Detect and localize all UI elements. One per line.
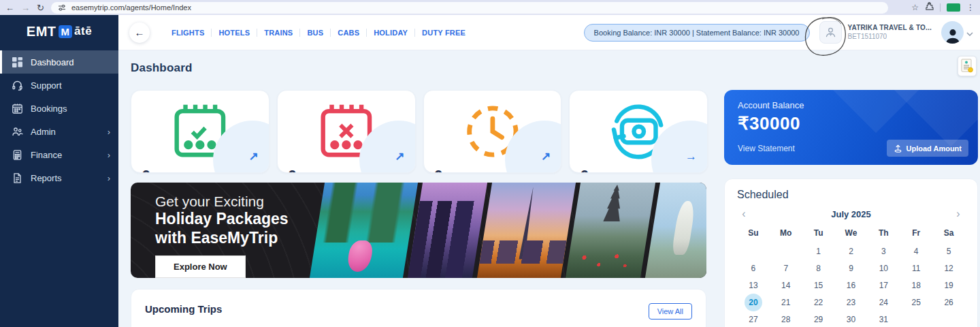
calendar-day[interactable]: 13 xyxy=(737,277,770,294)
nav-trains[interactable]: TRAINS xyxy=(257,29,299,37)
stat-card-total-bookings[interactable]: 0 Total Bookings ↗ xyxy=(131,90,270,173)
calendar-day[interactable]: 11 xyxy=(900,260,932,277)
calendar-day[interactable]: 2 xyxy=(835,243,868,260)
app-header: ← FLIGHTS HOTELS TRAINS BUS CABS HOLIDAY… xyxy=(118,15,980,50)
calendar-day[interactable]: 29 xyxy=(802,311,835,327)
headset-icon xyxy=(12,80,23,91)
bookmark-star-icon[interactable]: ☆ xyxy=(911,3,919,12)
open-arrow-icon[interactable]: ↗ xyxy=(541,149,551,164)
calendar-day-empty xyxy=(932,311,965,327)
day-header: We xyxy=(835,228,868,238)
banner-line-3: with EaseMyTrip xyxy=(155,229,289,248)
sidebar-item-support[interactable]: Support xyxy=(0,74,118,97)
open-arrow-icon[interactable]: ↗ xyxy=(395,149,404,164)
site-settings-icon[interactable] xyxy=(58,3,66,12)
stat-card-upcoming-trips[interactable]: 0 Upcoming Trips ↗ xyxy=(423,90,562,173)
calendar-day[interactable]: 8 xyxy=(802,260,835,277)
calendar-day[interactable]: 20 xyxy=(737,294,770,311)
calendar-day-empty xyxy=(770,243,802,260)
calendar-day[interactable]: 18 xyxy=(900,277,932,294)
user-avatar[interactable] xyxy=(941,21,964,44)
nav-holiday[interactable]: HOLIDAY xyxy=(366,29,414,37)
sidebar-item-admin[interactable]: Admin › xyxy=(0,120,118,143)
calendar-day[interactable]: 30 xyxy=(835,311,868,327)
calendar-day[interactable]: 17 xyxy=(867,277,900,294)
explore-now-button[interactable]: Explore Now xyxy=(155,255,246,278)
nav-duty-free[interactable]: DUTY FREE xyxy=(414,29,472,37)
sidebar-item-bookings[interactable]: Bookings xyxy=(0,97,118,120)
banner-photo-thailand xyxy=(309,183,419,278)
calendar-day[interactable]: 16 xyxy=(835,277,868,294)
certificate-icon xyxy=(960,59,974,74)
chevron-right-icon: › xyxy=(108,173,110,183)
calendar-day[interactable]: 7 xyxy=(770,260,802,277)
calendar-day[interactable]: 24 xyxy=(867,294,900,311)
calendar-day[interactable]: 23 xyxy=(835,294,868,311)
agency-avatar[interactable] xyxy=(819,21,842,44)
extensions-icon[interactable] xyxy=(925,1,934,14)
stat-card-total-refund[interactable]: 0 Total Refund Received → xyxy=(569,90,708,173)
browser-reload-icon[interactable]: ↻ xyxy=(37,3,44,12)
page-root: ← → ↻ easemytrip.com/agents/Home/Index ☆ xyxy=(0,0,980,327)
agency-info[interactable]: YATRIKA TRAVEL & TO... BET1511070 xyxy=(848,24,932,41)
calendar-day[interactable]: 19 xyxy=(932,277,965,294)
extension-badge[interactable] xyxy=(947,3,960,12)
agreement-widget[interactable] xyxy=(958,56,977,76)
emtmate-logo[interactable]: EMTMātē xyxy=(0,15,118,48)
users-icon xyxy=(12,126,23,138)
sidebar-item-dashboard[interactable]: Dashboard xyxy=(0,50,118,74)
calendar-day[interactable]: 31 xyxy=(867,311,900,327)
calendar-day[interactable]: 9 xyxy=(835,260,868,277)
main-content: Dashboard 0 Total Book xyxy=(118,50,980,327)
open-arrow-icon[interactable]: ↗ xyxy=(249,149,259,164)
calendar-grid: 1234567891011121314151617181920212223242… xyxy=(737,243,965,327)
view-all-button[interactable]: View All xyxy=(649,303,692,320)
stat-card-total-cancellation[interactable]: 0 Total Cancellation ↗ xyxy=(277,90,416,173)
sidebar-item-reports[interactable]: Reports › xyxy=(0,166,118,189)
banner-line-2: Holiday Packages xyxy=(155,210,289,229)
browser-forward-icon[interactable]: → xyxy=(21,3,30,12)
nav-flights[interactable]: FLIGHTS xyxy=(165,29,211,37)
url-text: easemytrip.com/agents/Home/Index xyxy=(71,3,191,12)
calendar-day[interactable]: 25 xyxy=(900,294,932,311)
banner-photo-strip xyxy=(309,183,706,278)
calendar-day[interactable]: 12 xyxy=(932,260,965,277)
calendar-prev-icon[interactable]: ‹ xyxy=(737,208,751,220)
calendar-day[interactable]: 15 xyxy=(802,277,835,294)
day-header: Sa xyxy=(932,228,965,238)
upload-amount-button[interactable]: Upload Amount xyxy=(887,140,968,157)
nav-bus[interactable]: BUS xyxy=(299,29,330,37)
open-arrow-icon[interactable]: → xyxy=(685,150,697,164)
calendar-day[interactable]: 28 xyxy=(770,311,802,327)
calendar-day[interactable]: 14 xyxy=(770,277,802,294)
calendar-day[interactable]: 5 xyxy=(932,243,965,260)
calendar-day[interactable]: 6 xyxy=(737,260,770,277)
url-bar[interactable]: easemytrip.com/agents/Home/Index xyxy=(51,2,888,14)
sidebar-item-label: Dashboard xyxy=(31,57,74,67)
nav-cabs[interactable]: CABS xyxy=(330,29,366,37)
sidebar-item-label: Bookings xyxy=(31,104,67,114)
calendar-day[interactable]: 22 xyxy=(802,294,835,311)
sidebar-item-finance[interactable]: Finance › xyxy=(0,143,118,166)
calendar-day[interactable]: 4 xyxy=(900,243,932,260)
calendar-day[interactable]: 1 xyxy=(802,243,835,260)
calendar-day[interactable]: 27 xyxy=(737,311,770,327)
nav-hotels[interactable]: HOTELS xyxy=(211,29,257,37)
upload-icon xyxy=(894,144,902,153)
holiday-banner[interactable]: Get your Exciting Holiday Packages with … xyxy=(131,183,706,278)
app-shell: EMTMātē Dashboard Support xyxy=(0,15,980,327)
calendar-next-icon[interactable]: › xyxy=(951,208,965,220)
browser-menu-icon[interactable]: ⋮ xyxy=(966,3,975,12)
calendar-day[interactable]: 21 xyxy=(770,294,802,311)
view-statement-link[interactable]: View Statement xyxy=(738,144,795,153)
browser-back-icon[interactable]: ← xyxy=(5,3,14,12)
calendar-day-empty xyxy=(737,243,770,260)
banner-photo-merlion xyxy=(644,183,706,278)
balance-pill[interactable]: Booking Balance: INR 30000 | Statement B… xyxy=(584,24,810,42)
calendar-day[interactable]: 3 xyxy=(867,243,900,260)
calendar-day[interactable]: 10 xyxy=(867,260,900,277)
back-button[interactable]: ← xyxy=(129,22,150,43)
day-header: Tu xyxy=(802,228,835,238)
chevron-down-icon[interactable] xyxy=(966,27,973,39)
calendar-day[interactable]: 26 xyxy=(932,294,965,311)
